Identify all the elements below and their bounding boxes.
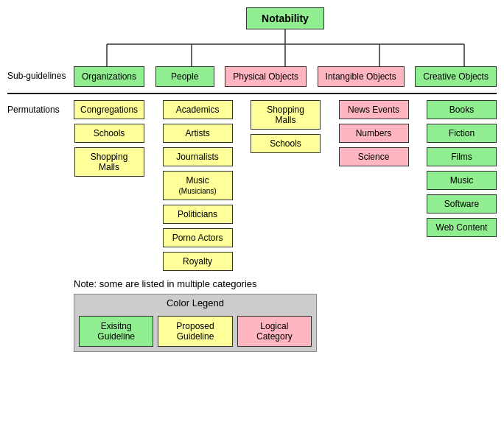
sg-creative: Creative Objects bbox=[415, 66, 497, 87]
item-royalty: Royalty bbox=[163, 252, 233, 271]
item-politicians: Politicians bbox=[163, 205, 233, 224]
subguidelines-label: Sub-guidelines bbox=[7, 66, 74, 81]
item-news-events: News Events bbox=[339, 100, 409, 119]
col-organizations: Congregations Schools ShoppingMalls bbox=[74, 100, 144, 271]
item-shopping-malls-phys: ShoppingMalls bbox=[251, 100, 321, 130]
legend-proposed: Proposed Guideline bbox=[158, 316, 232, 347]
item-schools-phys: Schools bbox=[251, 134, 321, 153]
item-artists: Artists bbox=[163, 124, 233, 143]
item-porno-actors: Porno Actors bbox=[163, 228, 233, 247]
legend-existing: Exisitng Guideline bbox=[79, 316, 153, 347]
item-journalists: Journalists bbox=[163, 147, 233, 166]
section-divider bbox=[7, 93, 497, 94]
subguidelines-section: Sub-guidelines Organizations People Phys… bbox=[7, 66, 497, 87]
permutations-label: Permutations bbox=[7, 100, 74, 115]
item-academics: Academics bbox=[163, 100, 233, 119]
legend-container: Color Legend Exisitng Guideline Proposed… bbox=[74, 294, 317, 352]
item-music-musicians: Music(Musicians) bbox=[163, 171, 233, 200]
sg-organizations: Organizations bbox=[74, 66, 144, 87]
item-music-creative: Music bbox=[427, 171, 497, 190]
perm-columns: Congregations Schools ShoppingMalls Acad… bbox=[74, 100, 497, 271]
diagram-container: Notability Sub-guidelines Organizations … bbox=[7, 7, 497, 352]
notability-box: Notability bbox=[246, 7, 324, 29]
item-science: Science bbox=[339, 147, 409, 166]
item-books: Books bbox=[427, 100, 497, 119]
note-text: Note: some are listed in multiple catego… bbox=[74, 278, 497, 289]
tree-lines bbox=[74, 29, 497, 66]
legend-cells: Exisitng Guideline Proposed Guideline Lo… bbox=[74, 311, 316, 351]
col-intangible: News Events Numbers Science bbox=[339, 100, 409, 271]
item-schools-org: Schools bbox=[74, 124, 144, 143]
permutations-section: Permutations Congregations Schools Shopp… bbox=[7, 100, 497, 271]
legend-title: Color Legend bbox=[74, 294, 316, 311]
subguidelines-boxes: Organizations People Physical Objects In… bbox=[74, 66, 497, 87]
item-congregations: Congregations bbox=[74, 100, 144, 119]
sg-intangible: Intangible Objects bbox=[318, 66, 405, 87]
col-people: Academics Artists Journalists Music(Musi… bbox=[163, 100, 233, 271]
sg-people: People bbox=[155, 66, 214, 87]
sg-physical: Physical Objects bbox=[225, 66, 307, 87]
col-physical: ShoppingMalls Schools bbox=[251, 100, 321, 271]
item-web-content: Web Content bbox=[427, 218, 497, 237]
legend-logical: Logical Category bbox=[237, 316, 312, 347]
item-numbers: Numbers bbox=[339, 124, 409, 143]
item-shopping-malls-org: ShoppingMalls bbox=[74, 147, 144, 177]
item-software: Software bbox=[427, 194, 497, 214]
item-films: Films bbox=[427, 147, 497, 166]
col-creative: Books Fiction Films Music Software Web C… bbox=[427, 100, 497, 271]
item-fiction: Fiction bbox=[427, 124, 497, 143]
note-section: Note: some are listed in multiple catego… bbox=[74, 278, 497, 352]
